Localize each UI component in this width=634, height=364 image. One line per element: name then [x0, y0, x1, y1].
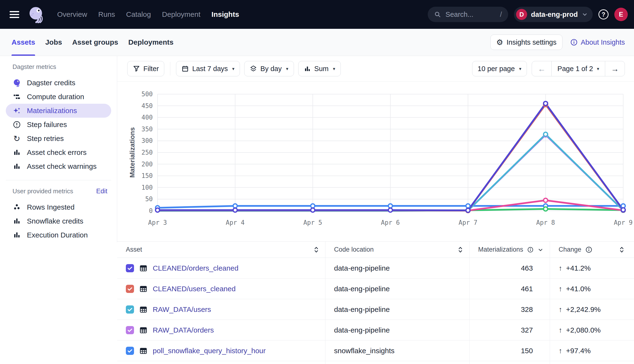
sort-desc-icon[interactable] [538, 246, 544, 253]
info-icon [570, 38, 578, 46]
sort-icon[interactable] [619, 246, 628, 253]
arrow-up-icon: ↑ [558, 347, 562, 355]
deployment-switcher[interactable]: D data-eng-prod [514, 7, 593, 22]
user-avatar[interactable]: E [614, 8, 628, 21]
edit-user-metrics-link[interactable]: Edit [96, 188, 107, 195]
filter-button[interactable]: Filter [127, 61, 164, 76]
subnav-right-group: ⚙ Insights settings About Insights [490, 34, 625, 50]
asset-cell: poll_snowflake_query_history_hour [117, 340, 326, 361]
asset-cell: CLEANED/… [117, 361, 326, 364]
topbar-right-group: Search... / D data-eng-prod ? E [428, 7, 628, 22]
table-row: CLEANED/…data-eng-pipeline47↑+4,600.0% [117, 361, 634, 364]
bar-chart-icon [12, 231, 21, 240]
arrow-up-icon: ↑ [558, 306, 562, 314]
sidebar-item-label: Step retries [27, 134, 64, 142]
tab-assets[interactable]: Assets [12, 29, 35, 56]
series-checkbox[interactable] [126, 347, 134, 355]
per-page-button[interactable]: 10 per page ▾ [472, 61, 527, 76]
tab-asset-groups[interactable]: Asset groups [72, 29, 118, 56]
aggregation-button[interactable]: Sum ▾ [298, 61, 341, 76]
column-header-change[interactable]: Change [550, 242, 634, 258]
table-row: poll_snowflake_query_history_hoursnowfla… [117, 340, 634, 361]
table-asset-icon [139, 306, 148, 314]
series-checkbox[interactable] [126, 264, 134, 272]
change-value: +41.2% [566, 264, 591, 272]
insights-settings-button[interactable]: ⚙ Insights settings [490, 34, 563, 50]
sidebar-item-materializations[interactable]: Materializations [6, 104, 111, 118]
nav-catalog[interactable]: Catalog [126, 10, 151, 18]
materializations-value-cell: 150 [470, 340, 550, 361]
svg-text:Apr 3: Apr 3 [148, 219, 167, 226]
table-asset-icon [139, 326, 148, 334]
sidebar-item-snowflake-credits[interactable]: Snowflake credits [6, 214, 111, 228]
search-input[interactable]: Search... / [428, 7, 508, 22]
nav-deployment[interactable]: Deployment [162, 10, 200, 18]
nav-insights[interactable]: Insights [212, 10, 239, 18]
asset-link[interactable]: RAW_DATA/users [153, 306, 211, 314]
about-insights-link[interactable]: About Insights [570, 38, 625, 46]
tab-jobs[interactable]: Jobs [45, 29, 62, 56]
code-location-cell: data-eng-pipeline [326, 258, 470, 278]
column-header-code-location[interactable]: Code location [326, 242, 470, 258]
hamburger-menu-icon[interactable] [10, 11, 19, 18]
sidebar-item-rows-ingested[interactable]: Rows Ingested [6, 200, 111, 214]
group-by-button[interactable]: By day ▾ [244, 61, 294, 76]
funnel-icon [133, 65, 140, 72]
svg-text:Apr 4: Apr 4 [226, 219, 244, 226]
asset-cell: RAW_DATA/orders [117, 320, 326, 340]
search-icon [434, 11, 441, 18]
sort-icon[interactable] [314, 246, 319, 253]
asset-link[interactable]: RAW_DATA/orders [153, 326, 214, 334]
sidebar-item-step-failures[interactable]: Step failures [6, 118, 111, 132]
sidebar-item-compute-duration[interactable]: Compute duration [6, 90, 111, 104]
nav-overview[interactable]: Overview [57, 10, 87, 18]
asset-link[interactable]: CLEANED/orders_cleaned [153, 264, 238, 272]
series-checkbox[interactable] [126, 326, 134, 334]
sidebar-item-label: Materializations [27, 106, 77, 115]
dagster-logo-icon[interactable] [26, 5, 45, 24]
sidebar-item-dagster-credits[interactable]: Dagster credits [6, 76, 111, 90]
svg-text:Apr 7: Apr 7 [459, 219, 478, 226]
change-value: +41.0% [566, 285, 591, 293]
svg-text:150: 150 [142, 172, 153, 179]
retry-icon: ↻ [12, 134, 21, 143]
gear-icon: ⚙ [496, 38, 503, 46]
subnav-tabs: Assets Jobs Asset groups Deployments [12, 29, 174, 56]
column-header-materializations[interactable]: Materializations [470, 242, 550, 258]
tab-deployments[interactable]: Deployments [128, 29, 174, 56]
sidebar-item-execution-duration[interactable]: Execution Duration [6, 228, 111, 242]
svg-text:450: 450 [142, 102, 153, 110]
arrow-left-icon: ← [538, 65, 546, 73]
calendar-icon [182, 65, 189, 72]
arrow-up-icon: ↑ [558, 285, 562, 293]
top-app-bar: Overview Runs Catalog Deployment Insight… [0, 0, 634, 29]
sidebar-item-asset-check-warnings[interactable]: Asset check warnings [6, 160, 111, 173]
alert-circle-icon [12, 120, 21, 129]
table-row: CLEANED/users_cleaneddata-eng-pipeline46… [117, 278, 634, 299]
sidebar-item-step-retries[interactable]: ↻Step retries [6, 132, 111, 146]
sidebar-item-asset-check-errors[interactable]: Asset check errors [6, 146, 111, 160]
page-select-button[interactable]: Page 1 of 2 ▾ [552, 61, 605, 76]
sidebar-item-label: Asset check errors [27, 148, 86, 156]
series-checkbox[interactable] [126, 306, 134, 314]
series-checkbox[interactable] [126, 285, 134, 293]
previous-page-button[interactable]: ← [532, 61, 552, 76]
next-page-button[interactable]: → [605, 61, 625, 76]
chart-toolbar: Filter Last 7 days ▾ By day ▾ [117, 56, 634, 82]
help-icon[interactable]: ? [598, 9, 608, 20]
deployment-initial-badge: D [516, 9, 527, 20]
table-row: CLEANED/orders_cleaneddata-eng-pipeline4… [117, 258, 634, 278]
sidebar-item-label: Rows Ingested [27, 203, 74, 211]
asset-link[interactable]: poll_snowflake_query_history_hour [153, 347, 266, 355]
arrow-up-icon: ↑ [558, 264, 562, 272]
date-range-button[interactable]: Last 7 days ▾ [176, 61, 240, 76]
sort-icon[interactable] [458, 246, 463, 253]
asset-link[interactable]: CLEANED/users_cleaned [153, 285, 236, 293]
bar-chart-icon [12, 148, 21, 157]
arrow-up-icon: ↑ [558, 326, 562, 334]
sidebar-item-label: Snowflake credits [27, 217, 83, 225]
nav-runs[interactable]: Runs [98, 10, 115, 18]
caret-down-icon: ▾ [519, 66, 522, 72]
code-location-cell: data-eng-pipeline [326, 299, 470, 320]
column-header-asset[interactable]: Asset [117, 242, 326, 258]
